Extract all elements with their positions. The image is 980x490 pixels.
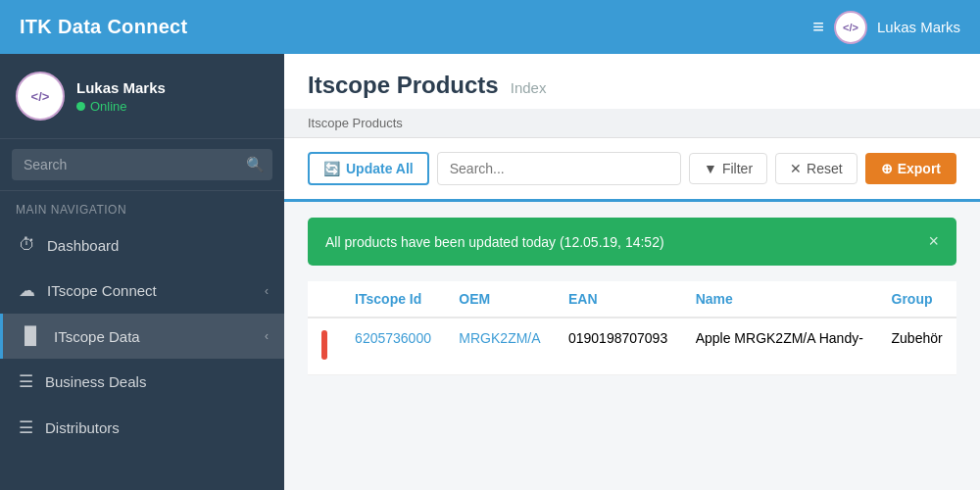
- header-avatar: </>: [834, 11, 867, 44]
- cell-ean: 0190198707093: [555, 318, 682, 375]
- cell-oem: MRGK2ZM/A: [445, 318, 555, 375]
- sidebar-item-label: Distributors: [45, 419, 269, 436]
- export-label: Export: [898, 161, 941, 176]
- cloud-icon: ☁: [19, 280, 35, 301]
- sidebar: </> Lukas Marks Online 🔍 Main Navigation…: [0, 54, 284, 490]
- refresh-icon: 🔄: [323, 161, 340, 176]
- profile-status: Online: [76, 99, 166, 114]
- sidebar-item-label: ITscope Data: [54, 328, 253, 345]
- sidebar-item-itscope-connect[interactable]: ☁ ITscope Connect ‹: [0, 268, 284, 314]
- page-subtitle: Index: [511, 79, 547, 96]
- table-body: 6205736000 MRGK2ZM/A 0190198707093 Apple…: [308, 318, 956, 375]
- col-ean[interactable]: EAN: [555, 281, 682, 318]
- sidebar-search: 🔍: [0, 139, 284, 191]
- status-dot: [76, 102, 85, 111]
- reset-label: Reset: [807, 161, 843, 176]
- export-icon: ⊕: [881, 161, 893, 176]
- list-icon: ☰: [19, 417, 33, 438]
- products-table: ITscope Id OEM EAN Name Group 6205736000…: [308, 281, 956, 375]
- top-header: ITK Data Connect ≡ </> Lukas Marks: [0, 0, 980, 54]
- row-indicator-cell: [308, 318, 341, 375]
- col-indicator: [308, 281, 341, 318]
- export-button[interactable]: ⊕ Export: [865, 153, 956, 184]
- list-icon: ☰: [19, 371, 33, 392]
- alert-success: All products have been updated today (12…: [308, 218, 956, 266]
- table-header: ITscope Id OEM EAN Name Group: [308, 281, 956, 318]
- page-header: Itscope Products Index Itscope Products: [284, 54, 980, 138]
- hamburger-icon[interactable]: ≡: [812, 16, 824, 38]
- cell-itscope-id: 6205736000: [341, 318, 445, 375]
- page-title-row: Itscope Products Index: [308, 72, 956, 99]
- filter-button[interactable]: ▼ Filter: [689, 153, 767, 184]
- sidebar-item-dashboard[interactable]: ⏱ Dashboard: [0, 222, 284, 268]
- main-content: Itscope Products Index Itscope Products …: [284, 54, 980, 490]
- nav-section-label: Main Navigation: [0, 191, 284, 222]
- alert-close-button[interactable]: ×: [928, 231, 939, 252]
- table-row: 6205736000 MRGK2ZM/A 0190198707093 Apple…: [308, 318, 956, 375]
- app-title: ITK Data Connect: [20, 16, 187, 38]
- sidebar-item-distributors[interactable]: ☰ Distributors: [0, 405, 284, 451]
- header-right: ≡ </> Lukas Marks: [812, 11, 960, 44]
- cell-group: Zubehör: [878, 318, 956, 375]
- oem-link[interactable]: MRGK2ZM/A: [459, 330, 540, 346]
- col-name[interactable]: Name: [682, 281, 878, 318]
- sidebar-item-label: ITscope Connect: [47, 282, 253, 299]
- sidebar-item-label: Dashboard: [47, 237, 269, 254]
- avatar: </>: [16, 72, 65, 121]
- table-search-input[interactable]: [437, 152, 681, 185]
- search-input[interactable]: [12, 149, 272, 180]
- sidebar-item-itscope-data[interactable]: ▐▌ ITscope Data ‹: [0, 314, 284, 359]
- alert-message: All products have been updated today (12…: [325, 234, 664, 250]
- col-oem[interactable]: OEM: [445, 281, 555, 318]
- col-itscope-id[interactable]: ITscope Id: [341, 281, 445, 318]
- itscope-id-link[interactable]: 6205736000: [355, 330, 431, 346]
- update-all-button[interactable]: 🔄 Update All: [308, 152, 429, 185]
- header-username: Lukas Marks: [877, 19, 960, 35]
- page-title: Itscope Products: [308, 72, 499, 99]
- cell-name: Apple MRGK2ZM/A Handy-: [682, 318, 878, 375]
- dashboard-icon: ⏱: [19, 235, 35, 255]
- search-wrapper: 🔍: [12, 149, 272, 180]
- reset-button[interactable]: ✕ Reset: [775, 153, 858, 184]
- profile-name: Lukas Marks: [76, 79, 166, 96]
- filter-label: Filter: [722, 161, 753, 176]
- sidebar-item-label: Business Deals: [45, 373, 269, 390]
- profile-info: Lukas Marks Online: [76, 79, 166, 114]
- col-group[interactable]: Group: [878, 281, 956, 318]
- search-icon[interactable]: 🔍: [246, 156, 265, 173]
- sidebar-item-business-deals[interactable]: ☰ Business Deals: [0, 359, 284, 405]
- status-text: Online: [90, 99, 127, 114]
- breadcrumb: Itscope Products: [284, 109, 980, 137]
- chevron-left-icon: ‹: [265, 329, 269, 343]
- sidebar-profile: </> Lukas Marks Online: [0, 54, 284, 139]
- toolbar: 🔄 Update All ▼ Filter ✕ Reset ⊕ Export: [284, 138, 980, 202]
- content-area: All products have been updated today (12…: [284, 202, 980, 490]
- x-icon: ✕: [790, 161, 802, 176]
- main-nav: ⏱ Dashboard ☁ ITscope Connect ‹ ▐▌ ITsco…: [0, 222, 284, 451]
- row-indicator: [321, 330, 327, 360]
- chevron-left-icon: ‹: [265, 284, 269, 298]
- data-icon: ▐▌: [19, 326, 42, 346]
- update-all-label: Update All: [346, 161, 414, 176]
- filter-icon: ▼: [704, 161, 717, 176]
- main-layout: </> Lukas Marks Online 🔍 Main Navigation…: [0, 54, 980, 490]
